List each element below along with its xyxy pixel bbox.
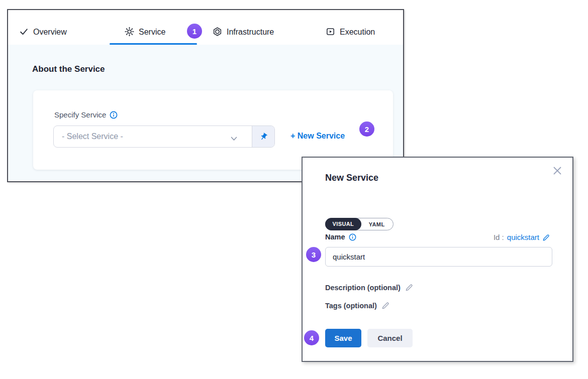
new-service-modal: New Service VISUAL YAML Name Id : quicks… [302, 157, 573, 362]
annotation-badge-1: 1 [187, 24, 202, 39]
name-label: Name [325, 233, 345, 241]
infrastructure-icon [213, 27, 222, 37]
annotation-badge-2: 2 [359, 121, 374, 137]
tab-execution[interactable]: Execution [326, 27, 375, 37]
id-value[interactable]: quickstart [507, 233, 539, 241]
specify-service-label: Specify Service [54, 110, 106, 119]
name-input[interactable] [325, 247, 552, 267]
info-icon[interactable] [110, 111, 118, 119]
edit-tags-pencil-icon[interactable] [381, 301, 390, 310]
name-label-row: Name [325, 233, 356, 241]
tags-label: Tags (optional) [325, 302, 377, 310]
new-service-link[interactable]: + New Service [290, 132, 345, 141]
specify-service-label-row: Specify Service [54, 110, 118, 119]
save-button[interactable]: Save [325, 329, 361, 347]
gear-icon [125, 27, 134, 37]
tab-service-label: Service [139, 27, 165, 36]
tab-service[interactable]: Service [125, 27, 165, 37]
description-row: Description (optional) [325, 283, 414, 292]
chevron-down-icon [231, 134, 237, 143]
visual-yaml-toggle: VISUAL YAML [325, 218, 394, 230]
service-select-placeholder: - Select Service - [54, 132, 274, 141]
tab-execution-label: Execution [340, 27, 375, 36]
edit-description-pencil-icon[interactable] [405, 283, 414, 292]
execution-icon [326, 27, 335, 37]
about-service-heading: About the Service [32, 64, 105, 74]
annotation-badge-3: 3 [306, 247, 321, 262]
screenshot-stage: Overview Service [0, 0, 588, 379]
service-id-row: Id : quickstart [494, 233, 550, 241]
edit-id-pencil-icon[interactable] [542, 233, 550, 241]
description-label: Description (optional) [325, 284, 401, 292]
tab-overview-label: Overview [33, 27, 67, 36]
toggle-visual[interactable]: VISUAL [325, 218, 362, 230]
info-icon[interactable] [349, 233, 356, 241]
toggle-yaml[interactable]: YAML [361, 218, 393, 230]
close-icon[interactable] [552, 166, 562, 176]
tab-infrastructure-label: Infrastructure [227, 27, 274, 36]
stage-tabbar: Overview Service [8, 10, 403, 45]
pin-button[interactable] [252, 126, 274, 147]
cancel-button[interactable]: Cancel [367, 329, 413, 347]
modal-title: New Service [325, 173, 378, 183]
id-label: Id : [494, 233, 504, 241]
tags-row: Tags (optional) [325, 301, 390, 310]
service-select[interactable]: - Select Service - [53, 125, 275, 148]
tab-overview[interactable]: Overview [19, 27, 67, 37]
annotation-badge-4: 4 [304, 330, 319, 345]
check-icon [19, 27, 29, 37]
tab-infrastructure[interactable]: Infrastructure [213, 27, 274, 37]
pin-icon [259, 133, 268, 141]
